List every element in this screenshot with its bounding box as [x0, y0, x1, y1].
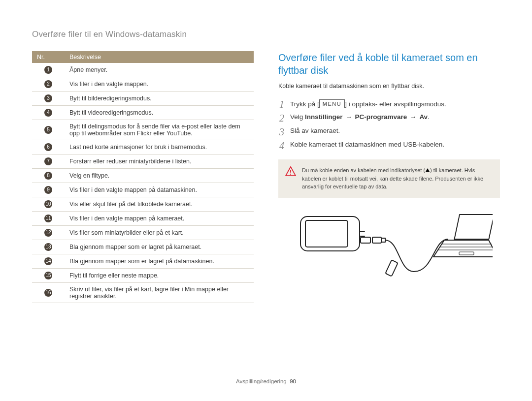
row-number-badge: 7: [44, 157, 52, 165]
row-number-badge: 16: [44, 289, 52, 297]
step-1: 1 Trykk på [MENU] i opptaks- eller avspi…: [278, 99, 500, 109]
table-row: 6Last ned korte animasjoner for bruk i b…: [32, 140, 254, 154]
step-number: 1: [278, 99, 285, 109]
th-num: Nr.: [32, 51, 65, 63]
steps-list: 1 Trykk på [MENU] i opptaks- eller avspi…: [278, 99, 500, 151]
row-number-badge: 2: [44, 80, 52, 88]
row-description: Vis filer i den valgte mappen på datamas…: [65, 183, 254, 197]
table-row: 1Åpne menyer.: [32, 63, 254, 77]
row-number-badge: 4: [44, 109, 52, 117]
svg-rect-4: [305, 220, 348, 247]
table-row: 16Skriv ut filer, vis filer på et kart, …: [32, 283, 254, 303]
page-footer: Avspilling/redigering 90: [0, 378, 532, 384]
row-number-badge: 3: [44, 94, 52, 102]
svg-rect-14: [459, 252, 474, 255]
triangle-up-icon: [426, 168, 430, 172]
row-number-badge: 9: [44, 186, 52, 194]
table-row: 7Forstørr eller reduser miniatyrbildene …: [32, 154, 254, 169]
row-number-badge: 11: [44, 215, 52, 222]
step-2: 2 Velg Innstillinger → PC-programvare → …: [278, 113, 500, 123]
menu-key: MENU: [319, 99, 345, 108]
row-number-badge: 12: [44, 229, 52, 237]
row-description: Bytt til videoredigeringsmodus.: [65, 106, 254, 120]
svg-point-2: [290, 174, 291, 175]
warning-box: Du må koble enden av kabelen med indikat…: [278, 159, 500, 198]
svg-rect-7: [361, 237, 370, 243]
section-title: Overføre filer ved å koble til kameraet …: [278, 51, 500, 77]
row-number-badge: 10: [44, 200, 52, 208]
table-row: 15Flytt til forrige eller neste mappe.: [32, 269, 254, 283]
warning-text: Du må koble enden av kabelen med indikat…: [302, 166, 493, 191]
table-row: 11Vis filer i den valgte mappen på kamer…: [32, 212, 254, 226]
row-number-badge: 13: [44, 243, 52, 251]
table-row: 8Velg en filtype.: [32, 169, 254, 183]
row-description: Last ned korte animasjoner for bruk i ba…: [65, 140, 254, 154]
step-number: 3: [278, 127, 285, 137]
row-number-badge: 8: [44, 172, 52, 180]
row-description: Vis filer i den valgte mappen på kamerae…: [65, 212, 254, 226]
table-row: 4Bytt til videoredigeringsmodus.: [32, 106, 254, 120]
table-row: 14Bla gjennom mapper som er lagret på da…: [32, 254, 254, 269]
step-4: 4 Koble kameraet til datamaskinen med US…: [278, 141, 500, 151]
row-description: Bytt til delingsmodus for å sende filer …: [65, 120, 254, 140]
table-row: 12Vis filer som miniatyrbilder eller på …: [32, 226, 254, 240]
table-row: 13Bla gjennom mapper som er lagret på ka…: [32, 240, 254, 254]
svg-rect-10: [385, 260, 398, 276]
step-3: 3 Slå av kameraet.: [278, 127, 500, 137]
step-number: 2: [278, 113, 285, 123]
svg-rect-8: [372, 237, 381, 243]
warning-icon: [285, 166, 296, 176]
table-row: 10Vis eller skjul filer på det tilkobled…: [32, 197, 254, 212]
row-number-badge: 1: [44, 66, 52, 74]
row-number-badge: 6: [44, 143, 52, 151]
th-desc: Beskrivelse: [65, 51, 254, 63]
svg-rect-9: [381, 238, 385, 242]
table-row: 2Vis filer i den valgte mappen.: [32, 77, 254, 92]
row-description: Skriv ut filer, vis filer på et kart, la…: [65, 283, 254, 303]
step-number: 4: [278, 141, 285, 151]
table-row: 9Vis filer i den valgte mappen på datama…: [32, 183, 254, 197]
breadcrumb: Overføre filer til en Windows-datamaskin: [32, 30, 500, 39]
row-description: Vis filer i den valgte mappen.: [65, 77, 254, 92]
section-intro: Koble kameraet til datamaskinen som en f…: [278, 83, 500, 90]
row-number-badge: 5: [44, 126, 52, 134]
row-description: Vis eller skjul filer på det tilkoblede …: [65, 197, 254, 212]
table-row: 3Bytt til bilderedigeringsmodus.: [32, 92, 254, 106]
row-number-badge: 14: [44, 257, 52, 265]
row-description: Forstørr eller reduser miniatyrbildene i…: [65, 154, 254, 169]
connection-illustration: [278, 208, 500, 290]
row-description: Bla gjennom mapper som er lagret på data…: [65, 254, 254, 269]
row-description: Bla gjennom mapper som er lagret på kame…: [65, 240, 254, 254]
row-description: Åpne menyer.: [65, 63, 254, 77]
row-description: Velg en filtype.: [65, 169, 254, 183]
description-table: Nr. Beskrivelse 1Åpne menyer.2Vis filer …: [32, 51, 254, 303]
svg-rect-3: [300, 216, 360, 251]
row-description: Flytt til forrige eller neste mappe.: [65, 269, 254, 283]
row-description: Vis filer som miniatyrbilder eller på et…: [65, 226, 254, 240]
row-number-badge: 15: [44, 272, 52, 279]
row-description: Bytt til bilderedigeringsmodus.: [65, 92, 254, 106]
table-row: 5Bytt til delingsmodus for å sende filer…: [32, 120, 254, 140]
